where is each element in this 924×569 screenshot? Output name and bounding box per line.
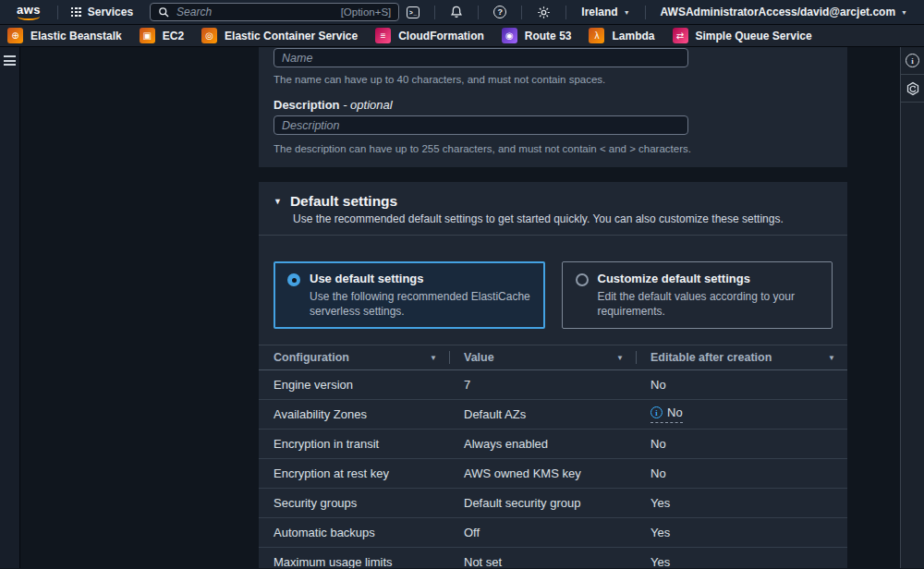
section-title: Default settings — [290, 193, 397, 210]
column-configuration: Configuration ▼ — [259, 345, 449, 369]
info-icon: i — [906, 54, 919, 67]
description-constraint-text: The description can have up to 255 chara… — [274, 143, 691, 154]
editable-cell: i Yes — [636, 496, 847, 510]
region-selector[interactable]: Ireland ▼ — [574, 6, 637, 18]
table-row: Security groups Default security group i… — [259, 489, 847, 518]
editable-cell: i Yes — [636, 526, 847, 539]
favorite-service-link[interactable]: ≡ CloudFormation — [375, 28, 484, 43]
sqs-icon: ⇄ — [673, 28, 688, 43]
divider — [57, 6, 58, 19]
table-row: Automatic backups Off i Yes — [259, 518, 847, 548]
bell-icon — [450, 6, 463, 18]
filter-icon[interactable]: ▼ — [616, 354, 624, 362]
favorite-service-link[interactable]: λ Lambda — [589, 28, 654, 43]
chevron-down-icon: ▼ — [901, 9, 907, 16]
info-panel-button[interactable]: i — [901, 47, 924, 75]
hexagon-panel-button[interactable] — [901, 75, 924, 103]
table-row: Engine version 7 i No — [259, 370, 847, 400]
editable-cell: i No — [636, 378, 847, 392]
help-button[interactable]: ? — [486, 6, 514, 18]
value-cell: AWS owned KMS key — [449, 466, 636, 480]
hexagon-icon — [906, 81, 920, 96]
services-menu-button[interactable]: Services — [66, 6, 139, 18]
table-row: Encryption in transit Always enabled i N… — [259, 430, 847, 459]
grid-icon — [71, 7, 81, 18]
search-icon — [158, 6, 170, 18]
favorite-service-link[interactable]: ⇄ Simple Queue Service — [673, 28, 812, 43]
table-row: Encryption at rest key AWS owned KMS key… — [259, 459, 847, 489]
editable-cell: i No — [636, 437, 847, 451]
favorite-service-label: CloudFormation — [398, 30, 484, 42]
column-editable: Editable after creation ▼ — [636, 345, 847, 369]
ec2-icon: ▣ — [140, 28, 155, 43]
option-label: Customize default settings — [598, 272, 820, 285]
chevron-down-icon: ▼ — [624, 9, 630, 16]
default-settings-table: Configuration ▼ Value ▼ Editable after c… — [259, 345, 847, 568]
cloudshell-icon: >_ — [407, 6, 419, 18]
configuration-cell: Encryption in transit — [259, 437, 449, 451]
value-cell: Not set — [449, 555, 636, 568]
configuration-cell: Security groups — [259, 496, 449, 510]
gear-icon — [537, 6, 551, 19]
configuration-cell: Maximum usage limits — [259, 555, 449, 568]
cloudformation-icon: ≡ — [375, 28, 391, 43]
value-cell: Off — [449, 526, 636, 539]
divider — [645, 6, 646, 19]
editable-cell: i No — [636, 406, 847, 423]
description-input[interactable] — [274, 115, 688, 135]
radio-selected-icon[interactable] — [287, 273, 300, 286]
favorite-service-link[interactable]: ◎ Elastic Container Service — [201, 28, 358, 43]
option-customize-default-settings[interactable]: Customize default settings Edit the defa… — [562, 261, 833, 329]
collapse-triangle-icon[interactable]: ▼ — [274, 197, 282, 206]
default-settings-options: Use default settings Use the following r… — [274, 261, 833, 329]
global-search[interactable]: [Option+S] — [150, 3, 399, 21]
favorite-service-label: Elastic Beanstalk — [30, 30, 122, 42]
divider — [478, 6, 479, 19]
settings-button[interactable] — [529, 6, 558, 19]
name-input[interactable] — [274, 48, 688, 67]
configuration-cell: Availability Zones — [259, 407, 449, 421]
description-label: Description - optional — [274, 98, 393, 112]
value-cell: Default security group — [449, 496, 636, 510]
lambda-icon: λ — [589, 28, 604, 43]
table-row: Availability Zones Default AZs i No — [259, 400, 847, 430]
question-icon: ? — [493, 6, 506, 18]
divider — [565, 6, 566, 19]
option-use-default-settings[interactable]: Use default settings Use the following r… — [274, 261, 545, 329]
route53-icon: ◉ — [502, 28, 517, 43]
cloudshell-button[interactable]: >_ — [399, 6, 427, 18]
column-value: Value ▼ — [449, 345, 636, 369]
favorite-service-label: Elastic Container Service — [225, 30, 358, 42]
filter-icon[interactable]: ▼ — [430, 354, 437, 362]
default-settings-header: ▼ Default settings Use the recommended d… — [259, 182, 847, 236]
option-description: Edit the default values according to you… — [598, 289, 820, 319]
option-label: Use default settings — [310, 272, 531, 285]
radio-unselected-icon[interactable] — [576, 273, 589, 286]
favorite-service-link[interactable]: ◉ Route 53 — [502, 28, 572, 43]
cache-settings-panel: The name can have up to 40 characters, a… — [259, 47, 847, 167]
aws-logo[interactable]: aws — [7, 5, 50, 20]
region-label: Ireland — [581, 6, 617, 18]
search-input[interactable] — [176, 6, 334, 18]
editable-cell: i No — [636, 466, 847, 480]
filter-icon[interactable]: ▼ — [828, 354, 835, 362]
favorite-service-link[interactable]: ▣ EC2 — [140, 28, 184, 43]
left-sidebar-collapsed — [0, 47, 20, 568]
notifications-button[interactable] — [443, 6, 470, 18]
value-cell: 7 — [449, 378, 636, 392]
editable-cell: i Yes — [636, 555, 847, 568]
configuration-cell: Engine version — [259, 378, 449, 392]
default-settings-panel: ▼ Default settings Use the recommended d… — [259, 182, 847, 568]
editable-info-trigger[interactable]: i No — [650, 406, 683, 423]
table-header: Configuration ▼ Value ▼ Editable after c… — [259, 345, 847, 370]
favorite-service-label: Route 53 — [525, 30, 572, 42]
favorite-service-link[interactable]: ⊕ Elastic Beanstalk — [7, 28, 122, 43]
top-navigation-bar: aws Services [Option+S] >_ ? — [0, 0, 924, 25]
value-cell: Always enabled — [449, 437, 636, 451]
divider — [434, 6, 435, 19]
section-description: Use the recommended default settings to … — [293, 212, 833, 225]
account-menu[interactable]: AWSAdministratorAccess/david@arcjet.com … — [653, 6, 915, 18]
menu-hamburger-icon[interactable] — [4, 55, 16, 66]
account-label: AWSAdministratorAccess/david@arcjet.com — [661, 6, 895, 18]
favorite-service-label: Simple Queue Service — [696, 30, 812, 42]
